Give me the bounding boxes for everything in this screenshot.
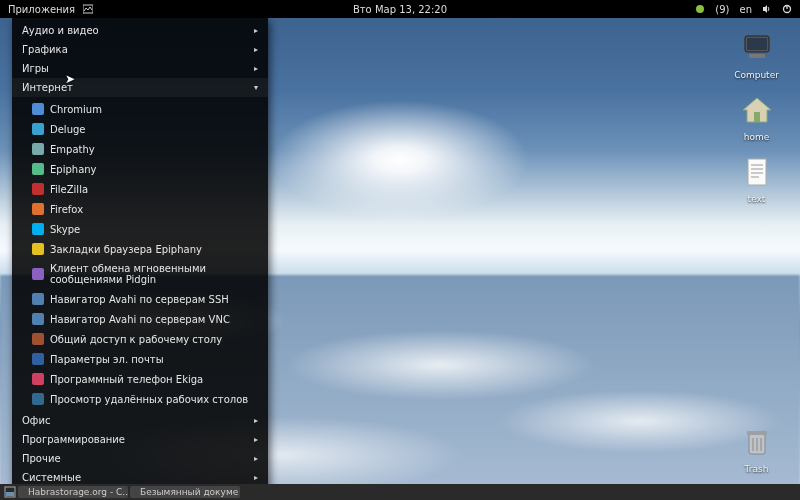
desktop-icon-label: text xyxy=(748,194,766,204)
app-icon xyxy=(32,143,44,155)
menu-category[interactable]: Прочие▸ xyxy=(12,449,268,468)
menu-item-label: Программный телефон Ekiga xyxy=(50,374,203,385)
svg-rect-9 xyxy=(754,112,760,122)
menu-item-label: Empathy xyxy=(50,144,95,155)
internet-submenu: ChromiumDelugeEmpathyEpiphanyFileZillaFi… xyxy=(12,97,268,411)
taskbar-item[interactable]: Безымянный докуме xyxy=(130,486,240,498)
menu-item[interactable]: Параметры эл. почты xyxy=(12,349,268,369)
svg-rect-21 xyxy=(6,492,14,496)
menu-item[interactable]: Deluge xyxy=(12,119,268,139)
network-icon[interactable] xyxy=(695,4,705,14)
menu-item[interactable]: Навигатор Avahi по серверам VNC xyxy=(12,309,268,329)
menu-item[interactable]: Firefox xyxy=(12,199,268,219)
menu-item-label: Общий доступ к рабочему столу xyxy=(50,334,222,345)
cursor-icon: ➤ xyxy=(65,72,75,86)
menu-category[interactable]: Графика▸ xyxy=(12,40,268,59)
taskbar-item-label: Habrastorage.org - C... xyxy=(28,487,128,497)
menu-item-label: Клиент обмена мгновенными сообщениями Pi… xyxy=(50,263,256,285)
desktop-icon-label: Computer xyxy=(734,70,779,80)
show-desktop-icon[interactable] xyxy=(4,486,16,498)
volume-icon[interactable] xyxy=(762,4,772,14)
menu-category[interactable]: Игры▸ xyxy=(12,59,268,78)
menu-item-label: Firefox xyxy=(50,204,83,215)
chevron-right-icon: ▸ xyxy=(254,435,258,444)
svg-rect-6 xyxy=(747,38,767,50)
menu-item[interactable]: Общий доступ к рабочему столу xyxy=(12,329,268,349)
desktop-icon-trash[interactable]: Trash xyxy=(729,424,784,474)
menu-item[interactable]: Клиент обмена мгновенными сообщениями Pi… xyxy=(12,259,268,289)
menu-item[interactable]: Программный телефон Ekiga xyxy=(12,369,268,389)
chevron-right-icon: ▸ xyxy=(254,454,258,463)
svg-rect-7 xyxy=(749,54,765,58)
notification-count[interactable]: (9) xyxy=(715,4,729,15)
clock[interactable]: Вто Мар 13, 22:20 xyxy=(353,4,447,15)
menu-item[interactable]: Skype xyxy=(12,219,268,239)
menu-category[interactable]: Аудио и видео▸ xyxy=(12,21,268,40)
menu-category-label: Графика xyxy=(22,44,68,55)
menu-category-label: Игры xyxy=(22,63,49,74)
menu-item-label: Просмотр удалённых рабочих столов xyxy=(50,394,248,405)
menu-item[interactable]: Просмотр удалённых рабочих столов xyxy=(12,389,268,409)
chevron-down-icon: ▾ xyxy=(254,83,258,92)
app-icon xyxy=(32,313,44,325)
menu-category-label: Аудио и видео xyxy=(22,25,99,36)
applications-menu-button[interactable]: Приложения xyxy=(8,4,75,15)
desktop-icon-label: Trash xyxy=(745,464,769,474)
menu-item-label: Параметры эл. почты xyxy=(50,354,164,365)
svg-rect-10 xyxy=(748,159,766,185)
wallpaper-switcher-icon[interactable] xyxy=(83,4,93,14)
app-icon xyxy=(32,353,44,365)
menu-item[interactable]: FileZilla xyxy=(12,179,268,199)
top-panel: Приложения Вто Мар 13, 22:20 (9) en xyxy=(0,0,800,18)
power-icon[interactable] xyxy=(782,4,792,14)
bottom-taskbar: Habrastorage.org - C...Безымянный докуме xyxy=(0,484,800,500)
chevron-right-icon: ▸ xyxy=(254,64,258,73)
app-icon xyxy=(32,203,44,215)
app-icon xyxy=(32,183,44,195)
app-icon xyxy=(32,223,44,235)
app-icon xyxy=(32,373,44,385)
chevron-right-icon: ▸ xyxy=(254,473,258,482)
applications-menu: Аудио и видео▸Графика▸Игры▸Интернет▾ Chr… xyxy=(12,18,268,500)
menu-item-label: Skype xyxy=(50,224,80,235)
svg-point-1 xyxy=(696,5,704,13)
keyboard-layout[interactable]: en xyxy=(740,4,753,15)
taskbar-item-label: Безымянный докуме xyxy=(140,487,238,497)
menu-item[interactable]: Chromium xyxy=(12,99,268,119)
menu-item[interactable]: Epiphany xyxy=(12,159,268,179)
app-icon xyxy=(32,123,44,135)
menu-item-label: FileZilla xyxy=(50,184,88,195)
menu-category[interactable]: Интернет▾ xyxy=(12,78,268,97)
menu-category[interactable]: Программирование▸ xyxy=(12,430,268,449)
app-icon xyxy=(32,333,44,345)
desktop-icon-home[interactable]: home xyxy=(729,92,784,142)
menu-category-label: Прочие xyxy=(22,453,61,464)
chevron-right-icon: ▸ xyxy=(254,45,258,54)
menu-item[interactable]: Закладки браузера Epiphany xyxy=(12,239,268,259)
menu-category-label: Программирование xyxy=(22,434,125,445)
menu-item-label: Навигатор Avahi по серверам VNC xyxy=(50,314,230,325)
svg-rect-16 xyxy=(747,431,767,435)
app-icon xyxy=(32,103,44,115)
chevron-right-icon: ▸ xyxy=(254,26,258,35)
app-icon xyxy=(32,268,44,280)
svg-marker-2 xyxy=(763,5,767,13)
menu-category-label: Офис xyxy=(22,415,50,426)
app-icon xyxy=(32,243,44,255)
desktop-icon-text[interactable]: text xyxy=(729,154,784,204)
taskbar-item[interactable]: Habrastorage.org - C... xyxy=(18,486,128,498)
menu-category[interactable]: Офис▸ xyxy=(12,411,268,430)
desktop-icon-computer[interactable]: Computer xyxy=(729,30,784,80)
app-icon xyxy=(32,163,44,175)
menu-item-label: Epiphany xyxy=(50,164,97,175)
menu-item[interactable]: Навигатор Avahi по серверам SSH xyxy=(12,289,268,309)
menu-category-label: Системные xyxy=(22,472,81,483)
app-icon xyxy=(32,393,44,405)
menu-item-label: Навигатор Avahi по серверам SSH xyxy=(50,294,229,305)
menu-item-label: Chromium xyxy=(50,104,102,115)
chevron-right-icon: ▸ xyxy=(254,416,258,425)
wallpaper-sun xyxy=(270,100,530,220)
menu-item[interactable]: Empathy xyxy=(12,139,268,159)
app-icon xyxy=(32,293,44,305)
menu-item-label: Deluge xyxy=(50,124,85,135)
